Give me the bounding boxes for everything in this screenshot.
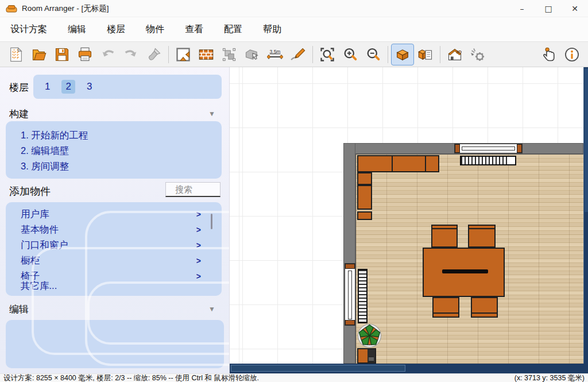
floor-option-3[interactable]: 3 bbox=[83, 80, 96, 94]
svg-text:3,5m: 3,5m bbox=[270, 48, 281, 54]
chevron-right-icon: > bbox=[196, 256, 201, 265]
sofa-section[interactable] bbox=[357, 211, 372, 220]
menu-settings[interactable]: 配置 bbox=[214, 17, 253, 41]
menu-objects[interactable]: 物件 bbox=[136, 17, 175, 41]
library-item-label: 门口和窗户 bbox=[21, 239, 68, 252]
chair[interactable] bbox=[432, 297, 459, 318]
minimize-button[interactable]: – bbox=[509, 0, 535, 17]
view-2d-button[interactable] bbox=[391, 44, 414, 65]
close-button[interactable]: ✕ bbox=[562, 0, 588, 17]
vertical-scrollbar[interactable] bbox=[583, 67, 588, 364]
library-more-link[interactable]: 其它库... bbox=[21, 280, 57, 292]
printer-icon bbox=[77, 47, 93, 63]
window-left[interactable] bbox=[345, 263, 355, 326]
table-center-detail bbox=[442, 269, 488, 273]
cabinet-electronics bbox=[368, 349, 375, 362]
status-bar: 设计方案: 8255 × 8400 毫米, 楼层: 2/3 -- 缩放: 85%… bbox=[0, 373, 588, 382]
plan-canvas bbox=[230, 67, 588, 373]
menu-design[interactable]: 设计方案 bbox=[0, 17, 57, 41]
window-jamb bbox=[345, 264, 355, 269]
wall-tool-button[interactable] bbox=[195, 44, 218, 65]
open-folder-icon bbox=[31, 47, 47, 63]
menu-help[interactable]: 帮助 bbox=[253, 17, 292, 41]
menu-view[interactable]: 查看 bbox=[175, 17, 214, 41]
sofa-section[interactable] bbox=[357, 155, 393, 172]
build-collapse-arrow[interactable]: ▼ bbox=[208, 110, 215, 118]
library-item-cabinets[interactable]: 橱柜 > bbox=[6, 253, 222, 268]
pick-object-button[interactable] bbox=[241, 44, 264, 65]
build-step-adjust-room[interactable]: 3. 房间调整 bbox=[21, 159, 222, 174]
build-steps-panel: 1. 开始新的工程 2. 编辑墙壁 3. 房间调整 bbox=[6, 121, 222, 179]
build-step-edit-walls[interactable]: 2. 编辑墙壁 bbox=[21, 143, 222, 159]
app-icon bbox=[6, 5, 17, 13]
floor-option-2-selected[interactable]: 2 bbox=[61, 80, 75, 94]
chair[interactable] bbox=[471, 297, 498, 318]
sofa-section[interactable] bbox=[392, 155, 426, 172]
zoom-fit-icon bbox=[319, 47, 335, 63]
info-icon bbox=[564, 47, 580, 63]
plan-view[interactable] bbox=[230, 67, 583, 364]
draw-button[interactable] bbox=[287, 44, 310, 65]
wall-left[interactable] bbox=[343, 143, 355, 364]
search-input[interactable] bbox=[165, 182, 220, 197]
select-objects-button[interactable] bbox=[218, 44, 241, 65]
chair[interactable] bbox=[468, 225, 496, 248]
sofa-section[interactable] bbox=[357, 172, 372, 185]
view-3d-button[interactable]: 3D bbox=[443, 44, 466, 65]
toolbar-separator bbox=[388, 46, 388, 63]
object-list-button[interactable] bbox=[414, 44, 437, 65]
menu-edit[interactable]: 编辑 bbox=[57, 17, 96, 41]
sofa-section[interactable] bbox=[425, 155, 439, 172]
chevron-right-icon: > bbox=[196, 210, 201, 219]
floor-selector: 1 2 3 bbox=[33, 75, 222, 99]
cabinet[interactable] bbox=[357, 348, 376, 364]
build-step-new-project[interactable]: 1. 开始新的工程 bbox=[21, 128, 222, 143]
pointer-mode-button[interactable] bbox=[537, 44, 560, 65]
paint-button[interactable] bbox=[142, 44, 165, 65]
open-button[interactable] bbox=[28, 44, 51, 65]
floor-option-1[interactable]: 1 bbox=[41, 80, 54, 94]
menu-floors[interactable]: 楼层 bbox=[96, 17, 136, 41]
zoom-fit-button[interactable] bbox=[316, 44, 339, 65]
library-list: 用户库 > 基本物件 > 门口和窗户 > 橱柜 > 椅子 > bbox=[6, 206, 222, 280]
zoom-out-button[interactable] bbox=[362, 44, 385, 65]
box-cursor-icon bbox=[244, 47, 260, 63]
library-item-doors-windows[interactable]: 门口和窗户 > bbox=[6, 237, 222, 253]
window-jamb bbox=[517, 144, 522, 153]
window-title: Room Arranger - [无标题] bbox=[22, 3, 109, 14]
sidebar: 楼层 1 2 3 构建 ▼ 1. 开始新的工程 2. 编辑墙壁 3. 房间调整 … bbox=[0, 67, 230, 373]
radiator-top[interactable] bbox=[460, 156, 516, 165]
library-item-user[interactable]: 用户库 > bbox=[6, 206, 222, 222]
multi-select-icon bbox=[221, 47, 237, 63]
window-top[interactable] bbox=[454, 144, 523, 153]
library-item-basic[interactable]: 基本物件 > bbox=[6, 222, 222, 237]
paint-brush-icon bbox=[146, 47, 162, 63]
library-item-chairs[interactable]: 椅子 > bbox=[6, 268, 222, 280]
window-pane bbox=[462, 146, 515, 151]
edit-section-title: 编辑 bbox=[9, 303, 29, 316]
zoom-in-button[interactable] bbox=[339, 44, 362, 65]
info-button[interactable] bbox=[560, 44, 583, 65]
measure-button[interactable]: 3,5m bbox=[264, 44, 287, 65]
render-settings-button[interactable] bbox=[466, 44, 489, 65]
sofa-section[interactable] bbox=[357, 185, 372, 210]
horizontal-scrollbar[interactable] bbox=[230, 364, 588, 373]
chair[interactable] bbox=[431, 225, 458, 248]
title-bar: Room Arranger - [无标题] – □ ✕ bbox=[0, 0, 588, 17]
vertical-scrollbar-thumb[interactable] bbox=[585, 68, 588, 212]
new-project-button[interactable] bbox=[5, 44, 28, 65]
edit-collapse-arrow[interactable]: ▼ bbox=[208, 305, 215, 313]
library-item-label: 椅子 bbox=[21, 270, 40, 280]
print-button[interactable] bbox=[74, 44, 96, 65]
redo-button[interactable] bbox=[119, 44, 142, 65]
room-plan-button[interactable] bbox=[172, 44, 195, 65]
save-button[interactable] bbox=[51, 44, 74, 65]
library-scrollbar-thumb[interactable] bbox=[211, 214, 212, 229]
horizontal-scrollbar-thumb[interactable] bbox=[231, 365, 405, 372]
maximize-button[interactable]: □ bbox=[535, 0, 562, 17]
radiator-left[interactable] bbox=[358, 269, 368, 323]
zoom-in-icon bbox=[342, 47, 358, 63]
undo-button[interactable] bbox=[96, 44, 119, 65]
plant[interactable] bbox=[357, 323, 382, 348]
radiator-end bbox=[509, 157, 515, 164]
